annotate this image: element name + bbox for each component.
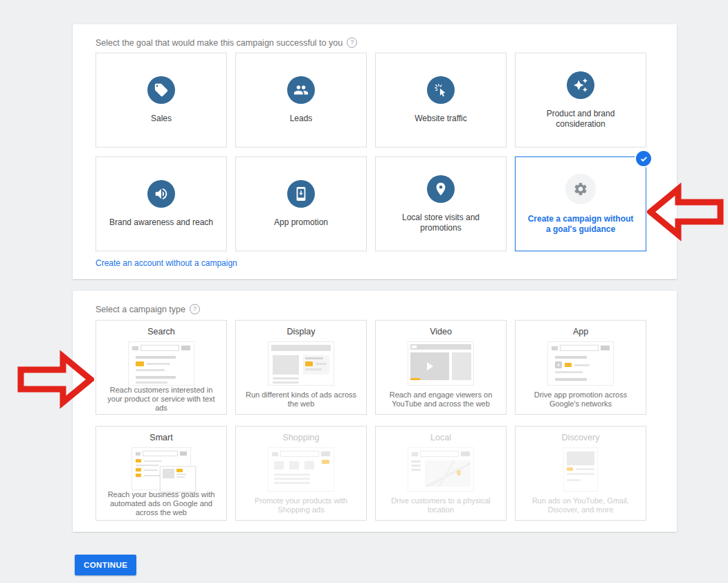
thumb-sidebar [411,460,422,487]
goal-card-label: Sales [151,114,172,124]
goal-card-label: Website traffic [415,114,467,124]
phone-download-icon [287,180,315,208]
campaign-card-description: Reach customers interested in your produ… [102,386,221,413]
thumb-input [420,451,459,457]
thumb-input [560,345,599,351]
thumb-popup-ad [160,466,196,492]
search-thumbnail [128,341,194,386]
goal-card-label: Leads [290,114,313,124]
thumb-line [411,460,421,463]
campaign-card-shopping[interactable]: Shopping Promote [235,426,367,521]
thumb-product [274,461,284,469]
map-road [425,460,471,487]
thumb-product-grid [269,457,334,469]
thumb-line [147,363,170,365]
campaign-card-description: Promote your products with Shopping ads [242,496,361,514]
goal-card-sales[interactable]: Sales [95,53,227,147]
discovery-thumbnail [563,447,598,492]
speaker-icon [147,180,175,208]
thumb-ad-row [136,459,187,463]
campaign-card-title: Discovery [562,433,600,442]
thumb-popup-lines [176,469,186,490]
thumb-line [136,465,159,466]
thumb-logo [412,346,417,348]
campaign-card-display[interactable]: Display [235,320,367,415]
continue-button[interactable]: CONTINUE [75,555,136,575]
campaign-card-description: Drive customers to a physical location [381,496,500,514]
thumb-line [144,469,158,471]
thumb-header-band [271,345,331,351]
thumb-line [567,473,594,475]
ad-badge [136,474,141,477]
thumb-line [273,377,299,379]
thumb-line [305,357,323,359]
thumb-content-block [163,469,174,478]
ad-badge [176,469,183,472]
thumb-input [280,451,319,457]
display-thumbnail [268,341,334,386]
sparkle-icon [567,71,594,99]
campaign-card-title: Search [147,327,175,337]
campaign-card-smart[interactable]: Smart [95,426,227,521]
campaign-card-app[interactable]: App [515,320,646,415]
thumb-line [273,382,299,384]
campaign-card-title: Video [430,327,452,337]
campaign-card-local[interactable]: Local [375,426,507,521]
help-icon[interactable]: ? [347,37,357,48]
shopping-thumbnail [268,447,334,492]
thumb-search-bar [129,342,194,351]
goal-card-product-brand-consideration[interactable]: Product and brand consideration [515,53,646,147]
campaign-card-title: Local [430,433,451,442]
goal-card-brand-awareness[interactable]: Brand awareness and reach [95,156,227,251]
create-account-without-campaign-link[interactable]: Create an account without a campaign [95,258,237,268]
thumb-logo [552,346,558,350]
campaign-card-video[interactable]: Video Reach and engage viewers on YouTub… [375,320,507,415]
map-pin-icon [455,469,462,481]
thumb-video-player [410,352,449,380]
ad-badge [565,363,572,367]
ad-badge [567,467,573,471]
app-thumbnail [547,341,614,386]
thumb-line [555,356,587,359]
thumb-line [305,368,322,370]
thumb-line [274,478,310,480]
thumb-line [136,356,176,359]
ad-badge [136,459,141,463]
goal-section-heading: Select the goal that would make this cam… [95,37,357,48]
video-thumbnail [408,341,474,386]
campaign-card-grid: Search Reach custom [95,320,646,521]
thumb-body [408,457,473,487]
goal-card-local-store-visits[interactable]: Local store visits and promotions [375,156,507,251]
thumb-feed-card [564,448,597,481]
campaign-card-discovery[interactable]: Discovery Run ads on YouTube, Gmail, Dis… [515,426,646,521]
thumb-results [129,351,194,384]
goal-card-app-promotion[interactable]: App promotion [235,156,367,251]
goal-card-leads[interactable]: Leads [235,53,367,147]
people-icon [287,76,315,104]
campaign-card-title: Display [287,327,316,337]
goal-card-label: Product and brand consideration [522,109,639,129]
campaign-type-panel: Select a campaign type ? Search [73,291,677,532]
thumb-line [176,476,185,478]
goal-card-no-goal-guidance[interactable]: Create a campaign without a goal's guida… [515,156,646,251]
video-progress-bar [410,378,420,380]
thumb-button [601,346,610,350]
thumb-results [548,351,613,381]
thumb-lines [269,375,334,384]
goal-card-label: Local store visits and promotions [382,213,500,233]
campaign-card-description: Reach and engage viewers on YouTube and … [381,391,500,409]
smart-thumbnail [131,447,191,490]
thumb-button [461,451,470,456]
thumb-line [136,376,176,379]
thumb-ad-row [136,361,187,366]
help-icon[interactable]: ? [190,304,200,314]
thumb-lines [269,469,334,484]
campaign-card-search[interactable]: Search Reach custom [95,320,227,415]
gear-icon [565,174,596,204]
thumb-header-band [410,344,471,350]
campaign-card-title: Smart [149,433,172,442]
thumb-logo [136,452,140,456]
thumb-search-bar [548,342,613,351]
ad-badge [322,460,329,464]
goal-card-website-traffic[interactable]: Website traffic [375,53,507,147]
